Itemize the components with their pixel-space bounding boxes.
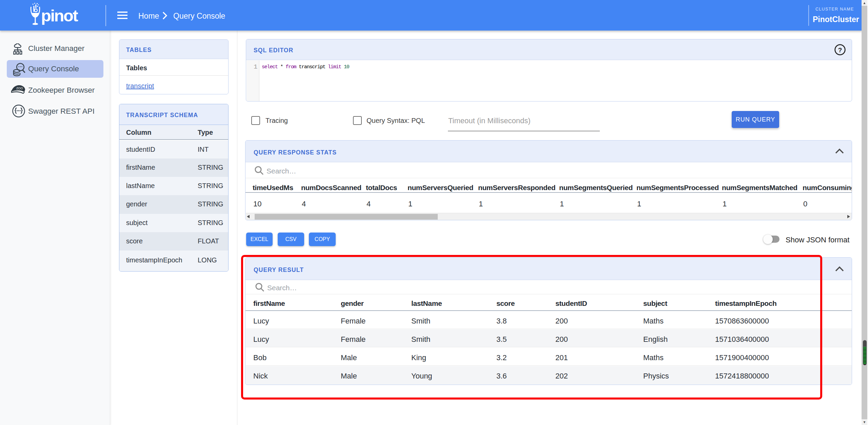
svg-text:?: ? — [838, 47, 842, 54]
svg-text:ZOO: ZOO — [16, 87, 23, 90]
